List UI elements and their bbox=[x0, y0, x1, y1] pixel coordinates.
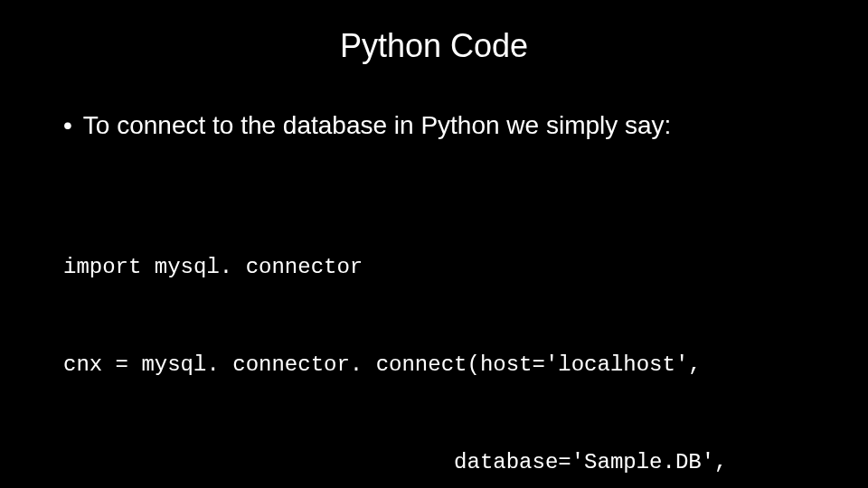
slide-container: Python Code • To connect to the database… bbox=[0, 0, 868, 488]
code-line-3: database='Sample.DB', bbox=[63, 446, 814, 479]
code-line-1: import mysql. connector bbox=[63, 251, 814, 284]
bullet-marker: • bbox=[63, 110, 72, 141]
bullet-item: • To connect to the database in Python w… bbox=[63, 110, 814, 141]
bullet-text: To connect to the database in Python we … bbox=[83, 110, 672, 141]
code-line-2: cnx = mysql. connector. connect(host='lo… bbox=[63, 349, 814, 381]
slide-title: Python Code bbox=[54, 27, 814, 65]
code-block: import mysql. connector cnx = mysql. con… bbox=[63, 186, 814, 488]
